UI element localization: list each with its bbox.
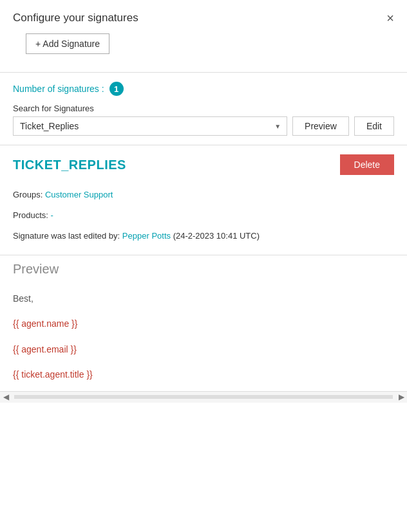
preview-title: Preview <box>13 262 394 277</box>
preview-button[interactable]: Preview <box>292 116 349 136</box>
modal-title: Configure your signatures <box>13 12 138 24</box>
close-button[interactable]: × <box>386 12 394 24</box>
search-for-signatures-label: Search for Signatures <box>13 104 394 113</box>
signatures-config-section: Number of signatures : 1 Search for Sign… <box>0 73 407 145</box>
num-signatures-row: Number of signatures : 1 <box>13 82 394 96</box>
preview-ticket-agent-title: {{ ticket.agent.title }} <box>13 369 93 380</box>
preview-line4: {{ ticket.agent.title }} <box>13 365 394 384</box>
groups-label: Groups: <box>13 190 43 199</box>
signature-select-wrapper: Ticket_Replies ▼ <box>13 116 287 136</box>
signature-name: TICKET_REPLIES <box>13 158 126 172</box>
preview-line2: {{ agent.name }} <box>13 315 394 333</box>
configure-signatures-modal: Configure your signatures × + Add Signat… <box>0 0 407 532</box>
products-label: Products: <box>13 210 48 220</box>
edited-date: (24-2-2023 10:41 UTC) <box>173 231 260 241</box>
scroll-track <box>14 395 393 399</box>
signature-name-row: TICKET_REPLIES Delete <box>13 154 394 175</box>
signatures-count-badge: 1 <box>109 82 124 96</box>
add-signature-area: + Add Signature <box>0 33 407 72</box>
horizontal-scrollbar: ◀ ▶ <box>0 391 407 403</box>
preview-line3: {{ agent.email }} <box>13 340 394 359</box>
preview-content: Best, {{ agent.name }} {{ agent.email }}… <box>13 289 394 385</box>
preview-section: Preview Best, {{ agent.name }} {{ agent.… <box>0 255 407 385</box>
num-signatures-label: Number of signatures : <box>13 84 104 94</box>
groups-value[interactable]: Customer Support <box>45 190 113 199</box>
products-value: - <box>51 210 53 220</box>
meta-edited: Signature was last edited by: Pepper Pot… <box>13 228 394 244</box>
meta-groups: Groups: Customer Support <box>13 187 394 203</box>
preview-line1: Best, <box>13 289 394 308</box>
meta-products: Products: - <box>13 207 394 224</box>
scroll-right-button[interactable]: ▶ <box>395 391 407 403</box>
preview-agent-name: {{ agent.name }} <box>13 318 77 329</box>
preview-agent-email: {{ agent.email }} <box>13 344 77 354</box>
signature-select[interactable]: Ticket_Replies <box>13 116 287 136</box>
add-signature-button[interactable]: + Add Signature <box>26 33 109 54</box>
scroll-left-button[interactable]: ◀ <box>0 391 12 403</box>
signature-detail: TICKET_REPLIES Delete Groups: Customer S… <box>0 145 407 255</box>
editor-name[interactable]: Pepper Potts <box>122 231 171 241</box>
search-row: Ticket_Replies ▼ Preview Edit <box>13 116 394 136</box>
edit-button[interactable]: Edit <box>354 116 394 136</box>
modal-header: Configure your signatures × <box>0 0 407 33</box>
edited-label: Signature was last edited by: <box>13 231 120 241</box>
delete-button[interactable]: Delete <box>340 154 394 175</box>
